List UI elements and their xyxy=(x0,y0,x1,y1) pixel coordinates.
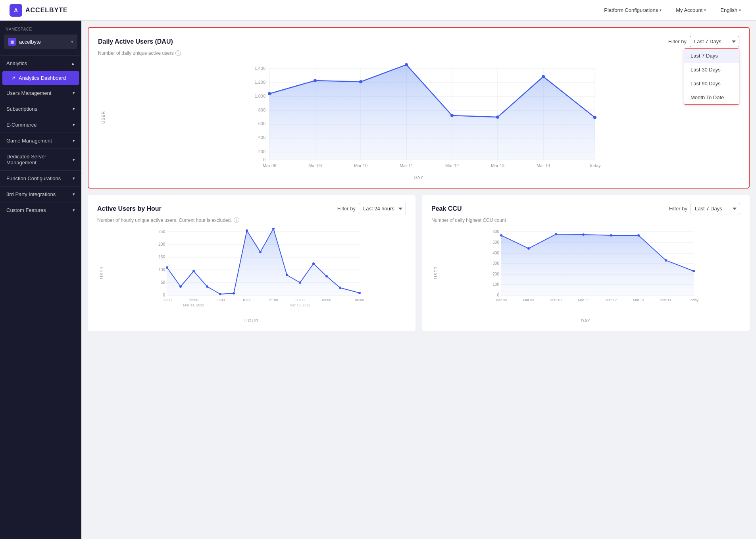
svg-point-60 xyxy=(246,229,248,232)
dropdown-item-month-to-date[interactable]: Month To Date xyxy=(684,90,739,104)
chart-icon: ↗ xyxy=(11,75,15,81)
svg-point-101 xyxy=(693,270,695,272)
svg-text:Mar 09: Mar 09 xyxy=(308,163,322,168)
my-account-btn[interactable]: My Account ▾ xyxy=(670,5,712,15)
topbar: A ACCELBYTE Platform Configurations ▾ My… xyxy=(0,0,756,21)
peak-ccu-filter-select[interactable]: Last 7 Days Last 30 Days Last 90 Days Mo… xyxy=(691,203,740,214)
svg-text:100: 100 xyxy=(158,268,165,272)
sidebar-section-dedicated-server: Dedicated Server Management ▾ xyxy=(0,148,81,170)
dau-filter-area: Filter by Last 7 Days Last 30 Days Last … xyxy=(668,36,739,47)
dau-chart-title: Daily Active Users (DAU) xyxy=(98,38,173,45)
svg-text:800: 800 xyxy=(258,108,265,112)
sidebar-section-custom-features-header[interactable]: Custom Features ▾ xyxy=(0,202,81,218)
dedicated-server-expand-icon: ▾ xyxy=(73,157,75,162)
sidebar-section-dedicated-server-header[interactable]: Dedicated Server Management ▾ xyxy=(0,149,81,170)
hourly-chart-card: Active Users by Hour Filter by Last 24 h… xyxy=(88,195,416,331)
dau-chart-header: Daily Active Users (DAU) Filter by Last … xyxy=(98,36,739,47)
content-area: Daily Active Users (DAU) Filter by Last … xyxy=(81,21,756,539)
svg-text:Mar 12: Mar 12 xyxy=(445,163,459,168)
svg-text:1,000: 1,000 xyxy=(254,94,265,98)
peak-ccu-y-axis-label: USER xyxy=(434,266,439,279)
hourly-x-axis-label: HOUR xyxy=(97,318,406,323)
peak-ccu-chart-title: Peak CCU xyxy=(431,205,462,212)
svg-text:09:00: 09:00 xyxy=(163,298,172,302)
sidebar-section-game-header[interactable]: Game Management ▾ xyxy=(0,133,81,148)
svg-marker-53 xyxy=(167,229,360,295)
sidebar-section-function-config-header[interactable]: Function Configurations ▾ xyxy=(0,171,81,186)
peak-ccu-chart-svg: 0 100 200 300 400 500 600 xyxy=(441,228,740,315)
hourly-chart-title: Active Users by Hour xyxy=(97,205,162,212)
sidebar-section-analytics-header[interactable]: Analytics ▲ xyxy=(0,56,81,71)
language-btn[interactable]: English ▾ xyxy=(715,5,746,15)
svg-text:200: 200 xyxy=(492,272,499,276)
svg-text:200: 200 xyxy=(158,242,165,246)
svg-point-64 xyxy=(299,281,301,284)
namespace-selector[interactable]: ▦ accelbyte ▾ xyxy=(4,35,77,49)
sidebar-section-users: Users Management ▾ xyxy=(0,85,81,101)
hourly-filter-select[interactable]: Last 24 hours Last 48 hours xyxy=(359,203,406,214)
svg-point-96 xyxy=(555,233,557,235)
sidebar-section-users-header[interactable]: Users Management ▾ xyxy=(0,85,81,101)
svg-text:0: 0 xyxy=(163,293,165,297)
dau-info-icon[interactable]: i xyxy=(175,50,181,56)
users-expand-icon: ▾ xyxy=(73,90,75,96)
svg-text:Mar 15, 2022: Mar 15, 2022 xyxy=(289,303,310,307)
namespace-icon: ▦ xyxy=(8,38,16,46)
sidebar-section-function-config: Function Configurations ▾ xyxy=(0,170,81,186)
svg-text:Mar 12: Mar 12 xyxy=(606,298,617,302)
hourly-chart-subtitle: Number of hourly unique active users. Cu… xyxy=(97,218,406,223)
hourly-info-icon[interactable]: i xyxy=(234,218,239,223)
peak-ccu-filter-area: Filter by Last 7 Days Last 30 Days Last … xyxy=(669,203,740,214)
peak-ccu-chart-header: Peak CCU Filter by Last 7 Days Last 30 D… xyxy=(431,203,740,214)
svg-text:06:00: 06:00 xyxy=(355,298,364,302)
peak-ccu-chart-card: Peak CCU Filter by Last 7 Days Last 30 D… xyxy=(422,195,750,331)
dropdown-item-90days[interactable]: Last 90 Days xyxy=(684,77,739,90)
svg-text:Mar 13: Mar 13 xyxy=(491,163,504,168)
sidebar: NAMESPACE ▦ accelbyte ▾ Analytics ▲ ↗ An… xyxy=(0,21,81,539)
svg-point-67 xyxy=(339,287,341,289)
svg-text:600: 600 xyxy=(492,229,499,234)
svg-point-30 xyxy=(496,116,499,119)
chevron-down-icon: ▾ xyxy=(704,8,706,12)
svg-point-59 xyxy=(233,292,235,295)
svg-text:250: 250 xyxy=(158,229,165,234)
svg-text:0: 0 xyxy=(497,293,499,297)
sidebar-section-custom-features: Custom Features ▾ xyxy=(0,202,81,218)
svg-text:03:00: 03:00 xyxy=(322,298,331,302)
svg-point-63 xyxy=(286,274,288,276)
svg-text:Mar 14: Mar 14 xyxy=(660,298,671,302)
sidebar-section-subscriptions-header[interactable]: Subscriptions ▾ xyxy=(0,101,81,117)
platform-config-btn[interactable]: Platform Configurations ▾ xyxy=(598,5,667,15)
dropdown-item-30days[interactable]: Last 30 Days xyxy=(684,63,739,77)
dau-filter-select[interactable]: Last 7 Days Last 30 Days Last 90 Days Mo… xyxy=(690,36,739,47)
namespace-value: accelbyte xyxy=(19,39,41,45)
hourly-filter-area: Filter by Last 24 hours Last 48 hours xyxy=(337,203,406,214)
svg-text:300: 300 xyxy=(492,261,499,266)
svg-text:1,200: 1,200 xyxy=(254,80,265,85)
svg-marker-93 xyxy=(501,234,694,295)
function-config-expand-icon: ▾ xyxy=(73,176,75,181)
svg-point-95 xyxy=(527,247,530,250)
dau-filter-dropdown[interactable]: Last 7 Days Last 30 Days Last 90 Days Mo… xyxy=(684,48,739,105)
dropdown-item-7days[interactable]: Last 7 Days xyxy=(684,49,739,63)
svg-text:400: 400 xyxy=(258,135,265,140)
svg-point-29 xyxy=(450,114,454,117)
svg-text:00:00: 00:00 xyxy=(296,298,305,302)
sidebar-section-game: Game Management ▾ xyxy=(0,133,81,148)
hourly-y-axis-label: USER xyxy=(100,266,104,279)
subscriptions-expand-icon: ▾ xyxy=(73,106,75,112)
bottom-charts-row: Active Users by Hour Filter by Last 24 h… xyxy=(88,195,750,337)
third-party-expand-icon: ▾ xyxy=(73,192,75,197)
peak-ccu-x-axis-label: DAY xyxy=(431,318,740,323)
svg-text:200: 200 xyxy=(258,149,265,154)
topbar-nav: Platform Configurations ▾ My Account ▾ E… xyxy=(598,5,746,15)
sidebar-section-ecommerce-header[interactable]: E-Commerce ▾ xyxy=(0,117,81,133)
svg-text:Mar 11: Mar 11 xyxy=(400,163,413,168)
svg-point-66 xyxy=(325,275,328,277)
svg-point-31 xyxy=(542,75,545,78)
sidebar-section-third-party-header[interactable]: 3rd Party Integrations ▾ xyxy=(0,187,81,202)
sidebar-item-analytics-dashboard[interactable]: ↗ Analytics Dashboard xyxy=(2,71,79,85)
svg-point-26 xyxy=(314,79,317,82)
svg-text:12:00: 12:00 xyxy=(189,298,198,302)
sidebar-section-analytics: Analytics ▲ ↗ Analytics Dashboard xyxy=(0,55,81,85)
